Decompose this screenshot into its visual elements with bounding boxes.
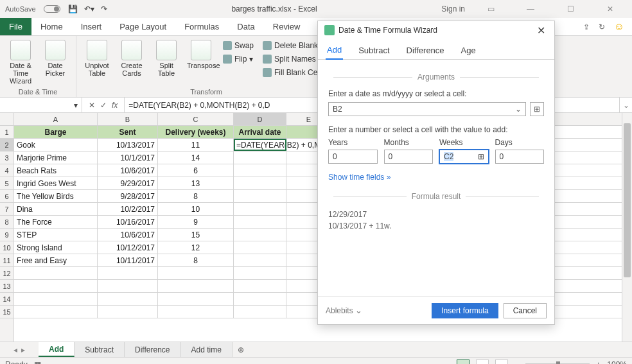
tab-review[interactable]: Review (264, 18, 310, 35)
data-cell[interactable]: Free and Easy (14, 254, 98, 266)
data-cell[interactable] (234, 216, 286, 228)
data-cell[interactable]: 10/16/2017 (98, 216, 158, 228)
data-cell[interactable]: 10/6/2017 (98, 164, 158, 177)
data-cell[interactable] (158, 293, 234, 305)
vertical-scrollbar[interactable] (622, 113, 632, 342)
data-cell[interactable] (234, 203, 286, 215)
row-header-2[interactable]: 2 (0, 139, 13, 152)
col-header-A[interactable]: A (14, 113, 98, 125)
cancel-button[interactable]: Cancel (504, 303, 547, 318)
sheet-tab-subtract[interactable]: Subtract (75, 342, 125, 357)
close-icon[interactable]: ✕ (596, 4, 624, 13)
row-header-4[interactable]: 4 (0, 164, 13, 177)
new-sheet-button[interactable]: ⊕ (233, 342, 249, 357)
row-header-9[interactable]: 9 (0, 229, 13, 241)
autosave-toggle[interactable] (44, 5, 60, 13)
data-cell[interactable]: 10/11/2017 (98, 254, 158, 266)
data-cell[interactable] (234, 177, 286, 189)
col-header-D[interactable]: D (234, 113, 286, 125)
data-cell[interactable]: 8 (158, 190, 234, 202)
header-cell[interactable]: Delivery (weeks) (158, 126, 234, 138)
date-range-select-button[interactable]: ⊞ (530, 102, 544, 116)
header-cell[interactable]: Arrival date (234, 126, 286, 138)
data-cell[interactable]: 9/28/2017 (98, 190, 158, 202)
flip-button[interactable]: Flip ▾ (220, 53, 256, 65)
sheet-tab-add[interactable]: Add (39, 342, 75, 357)
data-cell[interactable]: 9/29/2017 (98, 177, 158, 189)
sheet-tab-difference[interactable]: Difference (125, 342, 180, 357)
expand-formula-bar-icon[interactable]: ⌄ (619, 98, 632, 112)
data-cell[interactable] (234, 229, 286, 241)
data-cell[interactable]: 12 (158, 241, 234, 254)
data-cell[interactable] (234, 306, 286, 318)
data-cell[interactable]: Dina (14, 203, 98, 215)
macro-record-icon[interactable]: ▦ (34, 360, 41, 365)
data-cell[interactable]: The Force (14, 216, 98, 228)
feedback-icon[interactable]: ☺ (614, 21, 624, 33)
data-cell[interactable]: 10/1/2017 (98, 152, 158, 164)
data-cell[interactable]: 9 (158, 216, 234, 228)
data-cell[interactable] (98, 280, 158, 292)
years-input[interactable]: 0 (328, 150, 378, 164)
data-cell[interactable] (234, 267, 286, 279)
row-header-14[interactable]: 14 (0, 293, 13, 306)
date-picker-button[interactable]: Date Picker (40, 39, 71, 78)
range-select-icon[interactable]: ⊞ (478, 152, 484, 161)
zoom-out-button[interactable]: − (514, 360, 519, 365)
wizard-tab-subtract[interactable]: Subtract (357, 42, 391, 59)
redo-icon[interactable]: ↷ (101, 4, 107, 13)
days-input[interactable]: 0 (495, 150, 545, 164)
header-cell[interactable]: Sent (98, 126, 158, 138)
col-header-B[interactable]: B (98, 113, 158, 125)
row-header-12[interactable]: 12 (0, 267, 13, 280)
row-header-11[interactable]: 11 (0, 254, 13, 267)
data-cell[interactable] (234, 164, 286, 177)
save-icon[interactable]: 💾 (68, 4, 78, 13)
date-time-wizard-button[interactable]: Date & Time Wizard (5, 39, 36, 86)
wizard-close-button[interactable]: ✕ (534, 24, 548, 37)
row-header-5[interactable]: 5 (0, 177, 13, 190)
ribbon-options-icon[interactable]: ▭ (477, 4, 505, 13)
col-header-C[interactable]: C (158, 113, 234, 125)
wizard-tab-difference[interactable]: Difference (405, 42, 446, 59)
normal-view-button[interactable] (457, 360, 470, 365)
row-header-10[interactable]: 10 (0, 241, 13, 254)
insert-formula-button[interactable]: Insert formula (432, 303, 498, 318)
data-cell[interactable] (158, 280, 234, 292)
enter-formula-icon[interactable]: ✓ (100, 101, 107, 110)
minimize-icon[interactable]: — (516, 4, 545, 13)
data-cell[interactable] (234, 280, 286, 292)
data-cell[interactable]: The Yellow Birds (14, 190, 98, 202)
data-cell[interactable]: Ingrid Goes West (14, 177, 98, 189)
wizard-tab-age[interactable]: Age (460, 42, 477, 59)
row-header-1[interactable]: 1 (0, 126, 13, 139)
fx-icon[interactable]: fx (112, 101, 118, 110)
show-time-fields-link[interactable]: Show time fields » (328, 173, 391, 182)
data-cell[interactable] (98, 306, 158, 318)
page-break-view-button[interactable] (495, 360, 508, 365)
data-cell[interactable] (98, 293, 158, 305)
data-cell[interactable]: Gook (14, 139, 98, 151)
data-cell[interactable]: 10/12/2017 (98, 241, 158, 254)
ablebits-brand[interactable]: Ablebits ⌄ (326, 306, 362, 315)
history-icon[interactable]: ↻ (599, 22, 605, 31)
data-cell[interactable]: 6 (158, 164, 234, 177)
data-cell[interactable]: STEP (14, 229, 98, 241)
share-icon[interactable]: ⇪ (583, 22, 590, 31)
data-cell[interactable] (234, 293, 286, 305)
data-cell[interactable]: 10 (158, 203, 234, 215)
data-cell[interactable]: 14 (158, 152, 234, 164)
data-cell[interactable]: 15 (158, 229, 234, 241)
sign-in-link[interactable]: Sign in (441, 4, 465, 13)
data-cell[interactable]: 11 (158, 139, 234, 151)
undo-icon[interactable]: ↶▾ (84, 4, 94, 13)
data-cell[interactable] (14, 267, 98, 279)
tab-data[interactable]: Data (228, 18, 263, 35)
tab-insert[interactable]: Insert (72, 18, 111, 35)
name-box[interactable]: ▾ (0, 98, 82, 112)
data-cell[interactable]: 13 (158, 177, 234, 189)
row-header-7[interactable]: 7 (0, 203, 13, 216)
row-header-3[interactable]: 3 (0, 152, 13, 164)
data-cell[interactable] (234, 241, 286, 254)
transpose-button[interactable]: Transpose (186, 39, 216, 71)
